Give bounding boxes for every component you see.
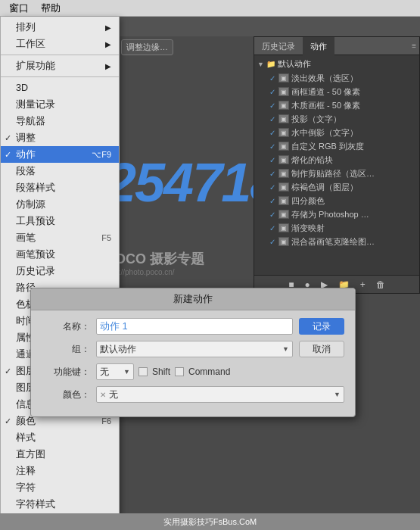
name-7: 制作剪贴路径（选区… [291, 168, 416, 179]
menu-row-adjust[interactable]: ✓ 调整 [1, 129, 119, 146]
window-dropdown-menu: 排列 ▶ 工作区 ▶ 扩展功能 ▶ 3D 测量记录 导航器 ✓ [0, 17, 120, 530]
arrow-arrange: ▶ [105, 23, 111, 32]
menu-row-history[interactable]: 历史记录 [1, 263, 119, 279]
check-0: ✓ [269, 74, 277, 83]
icon-2: ▣ [278, 101, 289, 110]
checkmark-actions: ✓ [5, 150, 11, 160]
action-item-7[interactable]: ✓ ▣ 制作剪贴路径（选区… [254, 167, 419, 180]
check-2: ✓ [269, 101, 277, 110]
menu-row-measure[interactable]: 测量记录 [1, 96, 119, 113]
name-2: 木质画框 - 50 像素 [291, 100, 416, 111]
icon-5: ▣ [278, 142, 289, 151]
menu-row-para-style[interactable]: 段落样式 [1, 179, 119, 196]
arrow-workspace: ▶ [105, 40, 111, 48]
check-11: ✓ [269, 224, 277, 232]
menu-row-arrange[interactable]: 排列 ▶ [1, 19, 119, 36]
check-3: ✓ [269, 115, 277, 123]
dialog-key-select[interactable]: 无 ▼ [96, 363, 134, 380]
menu-row-clone-src[interactable]: 仿制源 [1, 196, 119, 213]
panel-btn-new[interactable]: + [358, 279, 368, 290]
bottom-bar-text: 实用摄影技巧FsBus.CoM [163, 516, 257, 528]
checkmark-adjust: ✓ [5, 133, 11, 143]
action-item-0[interactable]: ✓ ▣ 淡出效果（选区） [254, 71, 419, 85]
menu-row-extensions[interactable]: 扩展功能 ▶ [1, 58, 119, 74]
name-11: 渐变映射 [291, 223, 416, 234]
command-checkbox[interactable] [175, 367, 184, 376]
action-item-6[interactable]: ✓ ▣ 熔化的铅块 [254, 153, 419, 167]
dialog-title: 新建动作 [31, 288, 355, 310]
menu-row-char[interactable]: 字符 [1, 479, 119, 496]
name-12: 混合器画笔克隆绘图… [291, 236, 416, 248]
name-10: 存储为 Photoshop … [291, 209, 416, 220]
menu-row-tool-preset[interactable]: 工具预设 [1, 213, 119, 229]
menu-row-actions[interactable]: ✓ 动作 ⌥F9 [1, 146, 119, 163]
check-5: ✓ [269, 142, 277, 151]
tab-history[interactable]: 历史记录 [254, 37, 303, 55]
name-9: 四分颜色 [291, 195, 416, 207]
menu-row-char-style[interactable]: 字符样式 [1, 496, 119, 513]
menu-row-3d[interactable]: 3D [1, 80, 119, 96]
checkmark-layers: ✓ [5, 366, 11, 376]
command-label: Command [188, 366, 230, 377]
menu-row-brush[interactable]: 画笔 F5 [1, 229, 119, 246]
action-item-9[interactable]: ✓ ▣ 四分颜色 [254, 194, 419, 207]
menu-help[interactable]: 帮助 [35, 0, 67, 17]
check-1: ✓ [269, 88, 277, 96]
dialog-key-value: 无 [100, 366, 109, 379]
icon-9: ▣ [278, 196, 289, 205]
action-item-8[interactable]: ✓ ▣ 棕褐色调（图层） [254, 180, 419, 194]
checkbox-row: Shift Command [138, 366, 230, 377]
dialog-record-button[interactable]: 记录 [299, 318, 344, 335]
icon-6: ▣ [278, 155, 289, 164]
action-item-12[interactable]: ✓ ▣ 混合器画笔克隆绘图… [254, 235, 419, 248]
menu-row-navigator[interactable]: 导航器 [1, 113, 119, 129]
action-group-header[interactable]: ▼ 📁 默认动作 [254, 57, 419, 71]
menu-row-brush-preset[interactable]: 画笔预设 [1, 246, 119, 263]
shift-checkbox[interactable] [138, 367, 148, 376]
dialog-row-group: 组： 默认动作 ▼ 取消 [42, 341, 344, 357]
dialog-color-select[interactable]: ✕ 无 ▼ [96, 386, 344, 403]
menu-row-notes[interactable]: 注释 [1, 463, 119, 479]
select-arrow-color: ▼ [334, 391, 341, 398]
adjust-edge-button[interactable]: 调整边缘… [121, 39, 173, 55]
dialog-group-select[interactable]: 默认动作 ▼ [96, 341, 293, 357]
menu-row-paragraph[interactable]: 段落 [1, 163, 119, 179]
action-item-2[interactable]: ✓ ▣ 木质画框 - 50 像素 [254, 98, 419, 112]
icon-10: ▣ [278, 210, 289, 219]
tab-actions[interactable]: 动作 [303, 37, 334, 55]
group-folder-icon: 📁 [266, 60, 275, 68]
shortcut-actions: ⌥F9 [92, 150, 111, 160]
dialog-group-value: 默认动作 [100, 343, 136, 356]
menu-row-workspace[interactable]: 工作区 ▶ [1, 36, 119, 52]
action-item-11[interactable]: ✓ ▣ 渐变映射 [254, 221, 419, 235]
panel-btn-delete[interactable]: 🗑 [374, 279, 387, 290]
icon-11: ▣ [278, 223, 289, 232]
panel-menu-icon[interactable]: ≡ [412, 42, 416, 50]
menu-row-histogram[interactable]: 直方图 [1, 446, 119, 463]
dialog-cancel-button[interactable]: 取消 [299, 341, 344, 357]
action-item-5[interactable]: ✓ ▣ 自定义 RGB 到灰度 [254, 139, 419, 153]
icon-1: ▣ [278, 87, 289, 96]
select-arrow-group: ▼ [282, 345, 289, 353]
action-item-1[interactable]: ✓ ▣ 画框通道 - 50 像素 [254, 85, 419, 98]
menu-window[interactable]: 窗口 [3, 0, 35, 17]
arrow-ext: ▶ [105, 62, 111, 70]
name-8: 棕褐色调（图层） [291, 182, 416, 193]
menu-row-styles[interactable]: 样式 [1, 429, 119, 446]
action-item-10[interactable]: ✓ ▣ 存储为 Photoshop … [254, 207, 419, 221]
action-item-4[interactable]: ✓ ▣ 水中倒影（文字） [254, 126, 419, 139]
menu-section-2: 扩展功能 ▶ [1, 55, 119, 77]
dialog-name-input[interactable] [96, 318, 293, 335]
poco-brand: POCO 摄影专题 [106, 250, 204, 268]
name-0: 淡出效果（选区） [291, 73, 416, 84]
poco-url: http://photo.poco.cn/ [106, 268, 204, 276]
name-5: 自定义 RGB 到灰度 [291, 141, 416, 152]
check-10: ✓ [269, 210, 277, 219]
dialog-color-label: 颜色： [42, 388, 90, 401]
panel-tab-icons: ≡ [412, 42, 419, 50]
select-arrow-key: ▼ [123, 368, 130, 376]
icon-4: ▣ [278, 128, 289, 137]
icon-8: ▣ [278, 182, 289, 192]
color-x-icon: ✕ [100, 391, 106, 399]
action-item-3[interactable]: ✓ ▣ 投影（文字） [254, 112, 419, 126]
